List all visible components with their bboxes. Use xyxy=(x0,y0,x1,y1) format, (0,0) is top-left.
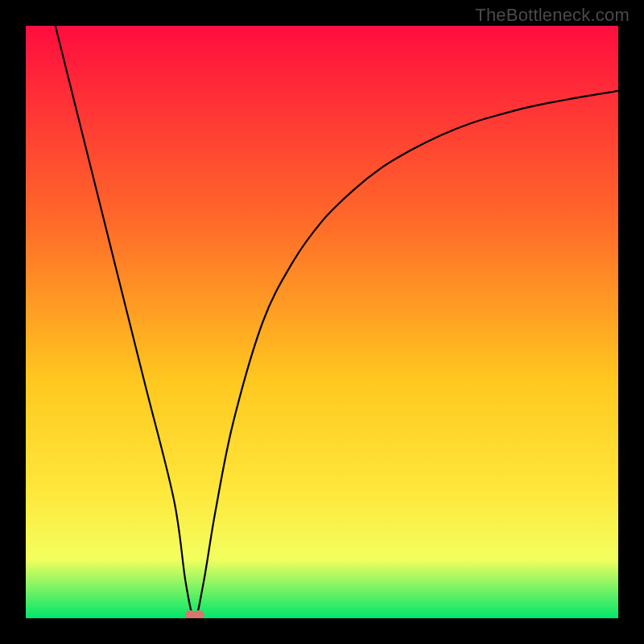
gradient-background xyxy=(26,26,618,618)
plot-area xyxy=(26,26,618,618)
watermark-text: TheBottleneck.com xyxy=(475,5,630,26)
chart-svg xyxy=(26,26,618,618)
chart-frame: TheBottleneck.com xyxy=(0,0,644,644)
